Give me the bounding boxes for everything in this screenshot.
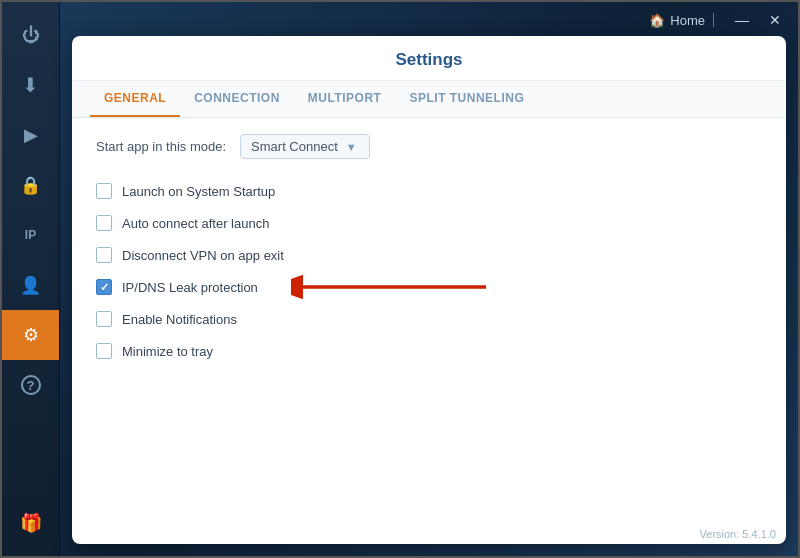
version-text: Version: 5.4.1.0 bbox=[700, 528, 776, 540]
sidebar-item-play[interactable]: ▶ bbox=[2, 110, 59, 160]
version-bar: Version: 5.4.1.0 bbox=[72, 524, 786, 544]
checkbox-row-minimize-tray: Minimize to tray bbox=[96, 335, 762, 367]
checkbox-launch-startup[interactable] bbox=[96, 183, 112, 199]
checkbox-disconnect-exit[interactable] bbox=[96, 247, 112, 263]
mode-row: Start app in this mode: Smart Connect ▼ bbox=[96, 134, 762, 159]
mode-label: Start app in this mode: bbox=[96, 139, 226, 154]
checkbox-notifications-label: Enable Notifications bbox=[122, 312, 237, 327]
settings-title: Settings bbox=[72, 36, 786, 81]
sidebar-item-settings[interactable]: ⚙ bbox=[2, 310, 59, 360]
chevron-down-icon: ▼ bbox=[346, 141, 357, 153]
red-arrow-annotation bbox=[291, 267, 491, 307]
play-icon: ▶ bbox=[24, 124, 38, 146]
home-label: Home bbox=[670, 13, 705, 28]
checkbox-row-launch-startup: Launch on System Startup bbox=[96, 175, 762, 207]
tab-general[interactable]: GENERAL bbox=[90, 81, 180, 117]
sidebar-item-lock[interactable]: 🔒 bbox=[2, 160, 59, 210]
checkbox-ip-dns-label: IP/DNS Leak protection bbox=[122, 280, 258, 295]
close-button[interactable]: ✕ bbox=[764, 10, 786, 30]
tab-connection[interactable]: CONNECTION bbox=[180, 81, 294, 117]
help-icon: ? bbox=[21, 375, 41, 395]
gift-icon: 🎁 bbox=[20, 512, 42, 534]
checkbox-row-notifications: Enable Notifications bbox=[96, 303, 762, 335]
checkbox-ip-dns[interactable] bbox=[96, 279, 112, 295]
checkbox-notifications[interactable] bbox=[96, 311, 112, 327]
checkbox-row-auto-connect: Auto connect after launch bbox=[96, 207, 762, 239]
mode-select-dropdown[interactable]: Smart Connect ▼ bbox=[240, 134, 370, 159]
lock-icon: 🔒 bbox=[20, 175, 41, 196]
home-icon: 🏠 bbox=[649, 13, 665, 28]
settings-icon: ⚙ bbox=[23, 324, 39, 346]
checkbox-auto-connect[interactable] bbox=[96, 215, 112, 231]
checkbox-minimize-tray-label: Minimize to tray bbox=[122, 344, 213, 359]
ip-icon: IP bbox=[25, 228, 36, 242]
window-controls: — ✕ bbox=[730, 10, 786, 30]
download-icon: ⬇ bbox=[22, 73, 39, 97]
checkbox-launch-startup-label: Launch on System Startup bbox=[122, 184, 275, 199]
checkbox-minimize-tray[interactable] bbox=[96, 343, 112, 359]
sidebar-item-power[interactable]: ⏻ bbox=[2, 10, 59, 60]
home-button[interactable]: 🏠 Home bbox=[649, 13, 705, 28]
top-bar: 🏠 Home — ✕ bbox=[72, 10, 786, 30]
sidebar-item-gift[interactable]: 🎁 bbox=[2, 498, 59, 548]
settings-panel: Settings GENERAL CONNECTION MULTIPORT SP… bbox=[72, 36, 786, 544]
checkbox-row-ip-dns: IP/DNS Leak protection bbox=[96, 271, 762, 303]
sidebar-item-user[interactable]: 👤 bbox=[2, 260, 59, 310]
app-container: ⏻ ⬇ ▶ 🔒 IP 👤 ⚙ ? 🎁 🏠 bbox=[2, 2, 798, 556]
sidebar-item-help[interactable]: ? bbox=[2, 360, 59, 410]
power-icon: ⏻ bbox=[22, 25, 40, 46]
sidebar-item-download[interactable]: ⬇ bbox=[2, 60, 59, 110]
mode-select-value: Smart Connect bbox=[251, 139, 338, 154]
checkbox-auto-connect-label: Auto connect after launch bbox=[122, 216, 269, 231]
user-icon: 👤 bbox=[20, 275, 41, 296]
tab-split-tunneling[interactable]: SPLIT TUNNELING bbox=[395, 81, 538, 117]
main-content: 🏠 Home — ✕ Settings GENERAL CONNECTION bbox=[60, 2, 798, 556]
sidebar-item-ip[interactable]: IP bbox=[2, 210, 59, 260]
tabs-bar: GENERAL CONNECTION MULTIPORT SPLIT TUNNE… bbox=[72, 81, 786, 118]
checkbox-disconnect-exit-label: Disconnect VPN on app exit bbox=[122, 248, 284, 263]
minimize-button[interactable]: — bbox=[730, 10, 754, 30]
settings-body: Start app in this mode: Smart Connect ▼ … bbox=[72, 118, 786, 524]
tab-multiport[interactable]: MULTIPORT bbox=[294, 81, 396, 117]
sidebar: ⏻ ⬇ ▶ 🔒 IP 👤 ⚙ ? 🎁 bbox=[2, 2, 60, 556]
topbar-divider bbox=[713, 13, 714, 27]
